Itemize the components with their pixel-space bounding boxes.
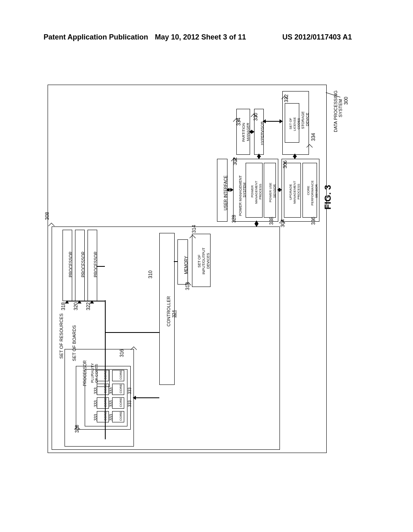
proc-322-label: PROCESSOR [94,251,98,277]
cps-top: CORE [307,186,310,195]
plurality-top: PLURALITY [90,363,94,383]
ref-333-d: 333 [109,387,113,394]
cps-bot: SENSOR [315,184,318,198]
bus-br1 [96,266,105,267]
arrow-to-boards [133,397,159,398]
arrow-hv-storage [263,121,282,122]
arrow-p322 [92,301,92,301]
storage-top: STORAGE [301,111,305,129]
ref-336: 336 [311,217,316,225]
storage-bot: DEVICE [305,112,309,126]
ump-mid: MANAGEMENT [293,181,296,204]
ref-334b: 334 [311,133,316,141]
user-interface-label: USER INTERFACE [223,175,228,210]
ref-328: 328 [231,215,237,223]
ctrl-mem-line [174,261,177,262]
arrow-p320 [79,301,80,301]
header-left: Patent Application Publication [44,33,148,42]
system-title-top: DATA PROCESSING [333,90,338,132]
ref-333-a: 333 [94,400,98,407]
ref-333-b: 333 [109,400,113,407]
header-mid: May 10, 2012 Sheet 3 of 11 [155,33,246,42]
ref-314: 314 [191,225,197,233]
io-top: SET OF [197,255,201,268]
io-mid: INPUT/OUTPUT [202,248,206,275]
controller-label: CONTROLLER [166,296,171,326]
header-right: US 2012/0117403 A1 [282,33,352,42]
arrow-pm-hv [249,131,254,132]
ref-333-g: 333 [127,387,132,394]
pus-bot: SENSOR [273,184,276,198]
ref-333-e: 333 [94,414,98,421]
ump-bot: PROCESS [297,184,300,200]
cps-mid: PERFORMANCE [311,181,314,206]
lic-top: SET OF [289,118,292,129]
arrow-pms-upgrade [277,189,282,190]
bus-h [105,332,159,333]
memory-label: MEMORY [184,256,188,274]
ump-top: UPGRADE [289,184,292,200]
ref-310: 310 [148,270,153,278]
arrow-upgrade-storage [294,154,295,159]
ref-324: 324 [171,310,176,318]
io-bot: DEVICES [206,253,210,269]
bus-v [105,300,106,439]
ref-333-c: 333 [94,387,98,394]
proc-318-label: PROCESSOR [69,251,73,277]
ref-316: 316 [119,349,125,357]
lic-mid: LICENSE [293,117,296,131]
figure-label: FIG. 3 [323,185,333,210]
pmp-mid: MANAGEMENT [254,181,258,204]
pus-top: POWER USE [269,183,272,202]
pmp-top: POWER [250,185,254,197]
ref-300: 300 [343,97,349,105]
arrow-hv-pms [259,154,259,159]
set-of-boards-label: SET OF BOARDS [72,325,77,361]
arrow-res-pms [256,221,257,227]
arrow-ui-pms [227,189,233,190]
bus-top-h [67,301,105,301]
set-of-resources-label: SET OF RESOURCES [59,314,64,359]
ref-306: 306 [282,160,288,168]
partition-top: PARTITION [242,123,246,142]
arrow-p318 [67,301,67,301]
proc-320-label: PROCESSOR [81,251,86,277]
ref-333-h: 333 [127,400,132,407]
pmp-bot: PROCESS [259,184,262,200]
ref-308: 308 [44,212,50,220]
ref-333-f: 333 [109,414,113,421]
page: Patent Application Publication May 10, 2… [0,0,413,532]
pms-label: POWER MANAGEMENT [238,175,242,216]
system-title-bot: SYSTEM [338,99,343,117]
hypervisor-label: HYPERVISOR [260,121,264,145]
ref-338: 338 [269,217,274,225]
lic-bot: CODES [297,118,300,129]
